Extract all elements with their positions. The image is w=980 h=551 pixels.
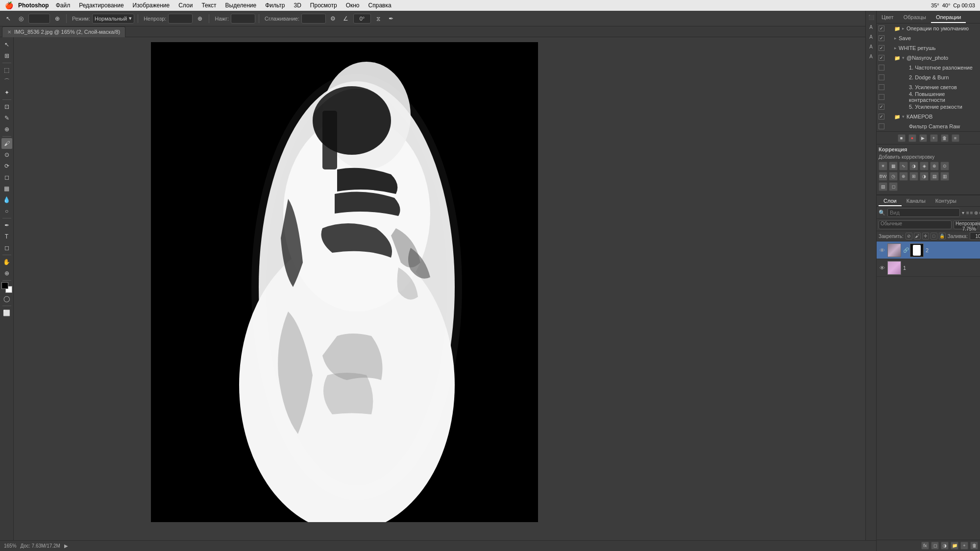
brush-size-btn[interactable]: ⊕	[52, 13, 63, 24]
lock-all-btn[interactable]: 🔒	[939, 233, 946, 240]
strip-btn-4[interactable]: A	[867, 42, 876, 51]
menu-item-3d[interactable]: 3D	[290, 1, 305, 10]
action-sharpness[interactable]: 5. Усиление резкости	[877, 102, 980, 112]
magic-wand-tool[interactable]: ✦	[1, 87, 12, 98]
screen-mode-btn[interactable]: ⬜	[1, 308, 12, 318]
settings-btn[interactable]: ⚙	[328, 13, 339, 24]
move-tool[interactable]: ↖	[1, 39, 12, 50]
menu-item-просмотр[interactable]: Просмотр	[306, 1, 341, 10]
expand-white_retouch[interactable]: ▸	[894, 46, 897, 50]
grad-map-btn[interactable]: ▧	[879, 182, 887, 191]
hand-tool[interactable]: ✋	[1, 257, 12, 267]
crop-tool[interactable]: ⊡	[1, 101, 12, 112]
expand-default_ops[interactable]: ▸	[902, 26, 905, 31]
strip-btn-3[interactable]: A	[867, 32, 876, 41]
layer-2-visibility[interactable]: 👁	[879, 247, 885, 254]
filter-toggle-btn[interactable]: ▾	[962, 210, 964, 216]
new-group-btn[interactable]: 📁	[951, 542, 958, 550]
new-layer-btn[interactable]: +	[960, 542, 968, 550]
menu-item-файл[interactable]: Файл	[52, 1, 74, 10]
pen-path-tool[interactable]: ✒	[1, 220, 12, 231]
new-fill-layer-btn[interactable]: ◑	[941, 542, 949, 550]
lock-position-btn[interactable]: ✛	[922, 233, 929, 240]
hue-sat-btn[interactable]: ⊕	[930, 162, 939, 170]
quick-mask-btn[interactable]: ◯	[1, 293, 12, 304]
color-swatch[interactable]	[1, 282, 12, 293]
apple-icon[interactable]: 🍎	[5, 1, 13, 9]
menu-item-окно[interactable]: Окно	[342, 1, 364, 10]
invert-btn[interactable]: ◑	[920, 172, 929, 181]
menu-item-справка[interactable]: Справка	[365, 1, 395, 10]
zoom-tool[interactable]: ⊕	[1, 268, 12, 279]
gradient-tool[interactable]: ▦	[1, 183, 12, 194]
symmetry-btn[interactable]: ⧖	[373, 13, 384, 24]
mix-channel-btn[interactable]: ⊕	[899, 172, 908, 181]
hardness-input[interactable]: 100%	[231, 14, 255, 24]
fx-btn[interactable]: fx	[921, 542, 929, 550]
tab-actions[interactable]: Операции	[931, 12, 966, 23]
action-check-camera_raw[interactable]	[879, 123, 884, 129]
menu-item-слои[interactable]: Слои	[174, 1, 196, 10]
blur-tool[interactable]: 💧	[1, 194, 12, 205]
strip-btn-5[interactable]: A	[867, 52, 876, 61]
action-check-white_retouch[interactable]	[879, 45, 884, 51]
menu-item-текст[interactable]: Текст	[197, 1, 220, 10]
lock-pixels-btn[interactable]: 🖌	[914, 233, 921, 240]
color-lookup-btn[interactable]: ⊞	[909, 172, 918, 181]
new-action-btn[interactable]: +	[930, 134, 938, 142]
action-check-nasyrov_photo[interactable]	[879, 55, 884, 61]
action-check-contrast[interactable]	[879, 94, 884, 100]
lock-artboard-btn[interactable]: □	[931, 233, 937, 240]
action-camera_raw[interactable]: Фильтр Camera Raw	[877, 121, 980, 131]
action-dodge_burn[interactable]: 2. Dodge & Burn	[877, 72, 980, 82]
smooth-input[interactable]: 0%	[301, 14, 326, 24]
action-check-default_ops[interactable]	[879, 25, 884, 31]
tab-layers[interactable]: Слои	[879, 196, 902, 206]
posterize-btn[interactable]: ▤	[930, 172, 939, 181]
brush-tool[interactable]: 🖌	[1, 138, 12, 149]
action-nasyrov_photo[interactable]: 📁▾@Nasyrov_photo	[877, 53, 980, 63]
filter-extra-btns[interactable]: ≡ ≡ ⊕ ⊙ 🔒	[966, 210, 980, 216]
marquee-tool[interactable]: ⬚	[1, 65, 12, 75]
angle-btn[interactable]: ∠	[341, 13, 351, 24]
pen-btn[interactable]: ✒	[386, 13, 396, 24]
opacity-input[interactable]: 70%	[168, 14, 193, 24]
threshold-btn[interactable]: ▥	[940, 172, 949, 181]
mode-dropdown[interactable]: Нормальный ▾	[92, 14, 134, 24]
action-check-kamerov[interactable]	[879, 114, 884, 120]
action-check-save[interactable]	[879, 35, 884, 41]
curves-btn[interactable]: ∿	[899, 162, 908, 170]
expand-kamerov[interactable]: ▾	[902, 114, 905, 119]
strip-btn-1[interactable]: ⬛	[867, 13, 876, 22]
lock-transparent-btn[interactable]: ⊘	[906, 233, 912, 240]
tab-channels[interactable]: Каналы	[902, 196, 931, 206]
strip-btn-2[interactable]: A	[867, 23, 876, 31]
text-tool[interactable]: T	[1, 231, 12, 242]
delete-layer-btn[interactable]: 🗑	[970, 542, 978, 550]
bw-btn[interactable]: BW	[879, 172, 887, 181]
record-btn[interactable]: ●	[908, 134, 916, 142]
action-check-freq_decomp[interactable]	[879, 65, 884, 71]
filter-effect-btn[interactable]: ⊕	[974, 210, 978, 216]
history-tool[interactable]: ⟳	[1, 161, 12, 171]
opacity-btn[interactable]: ⊕	[195, 13, 205, 24]
action-kamerov[interactable]: 📁▾КАМЕРОВ	[877, 112, 980, 121]
exposure-btn[interactable]: ◑	[909, 162, 918, 170]
fill-value-input[interactable]	[970, 232, 980, 240]
healing-tool[interactable]: ⊕	[1, 124, 12, 135]
action-extra-btn[interactable]: ≡	[952, 134, 959, 142]
lasso-tool[interactable]: ⌒	[1, 76, 12, 87]
filter-name-btn[interactable]: ≡	[970, 210, 973, 216]
eyedropper-tool[interactable]: ✎	[1, 113, 12, 123]
layer-filter-input[interactable]	[887, 208, 960, 217]
action-freq_decomp[interactable]: 1. Частотное разложение	[877, 63, 980, 72]
tab-color[interactable]: Цвет	[877, 12, 899, 23]
tab-paths[interactable]: Контуры	[931, 196, 961, 206]
layer-1-visibility[interactable]: 👁	[879, 264, 885, 271]
play-btn[interactable]: ▶	[919, 134, 927, 142]
add-mask-btn[interactable]: ◻	[931, 542, 939, 550]
filter-kind-btn[interactable]: ≡	[966, 210, 969, 216]
eraser-tool[interactable]: ◻	[1, 172, 12, 183]
menu-item-редактирование[interactable]: Редактирование	[75, 1, 127, 10]
document-tab[interactable]: ✕ IMG_8536 2.jpg @ 165% (2, Слой-маска/8…	[2, 26, 125, 37]
